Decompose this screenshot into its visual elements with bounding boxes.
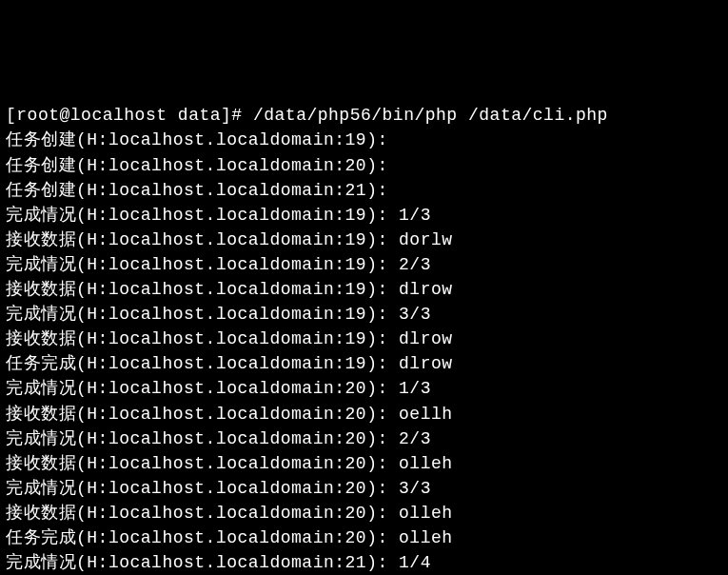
output-line: 任务完成(H:localhost.localdomain:20): olleh: [6, 525, 722, 550]
output-line: 接收数据(H:localhost.localdomain:20): olleh: [6, 451, 722, 476]
output-line: 接收数据(H:localhost.localdomain:20): oellh: [6, 402, 722, 426]
output-line: 任务创建(H:localhost.localdomain:19):: [6, 128, 722, 152]
output-line: 接收数据(H:localhost.localdomain:19): dlrow: [6, 277, 722, 302]
output-line: 接收数据(H:localhost.localdomain:19): dorlw: [6, 228, 722, 252]
output-line: 任务完成(H:localhost.localdomain:19): dlrow: [6, 351, 722, 376]
output-line: 任务创建(H:localhost.localdomain:20):: [6, 153, 722, 178]
terminal-output[interactable]: [root@localhost data]# /data/php56/bin/p…: [6, 103, 722, 575]
output-line: 完成情况(H:localhost.localdomain:19): 2/3: [6, 252, 722, 277]
output-line: 完成情况(H:localhost.localdomain:19): 3/3: [6, 302, 722, 327]
shell-prompt-line: [root@localhost data]# /data/php56/bin/p…: [6, 103, 722, 128]
output-line: 接收数据(H:localhost.localdomain:19): dlrow: [6, 327, 722, 351]
output-line: 完成情况(H:localhost.localdomain:20): 1/3: [6, 376, 722, 401]
output-line: 接收数据(H:localhost.localdomain:20): olleh: [6, 501, 722, 525]
output-line: 完成情况(H:localhost.localdomain:21): 1/4: [6, 550, 722, 575]
output-line: 任务创建(H:localhost.localdomain:21):: [6, 178, 722, 203]
output-line: 完成情况(H:localhost.localdomain:19): 1/3: [6, 203, 722, 228]
output-line: 完成情况(H:localhost.localdomain:20): 3/3: [6, 476, 722, 501]
output-line: 完成情况(H:localhost.localdomain:20): 2/3: [6, 426, 722, 451]
